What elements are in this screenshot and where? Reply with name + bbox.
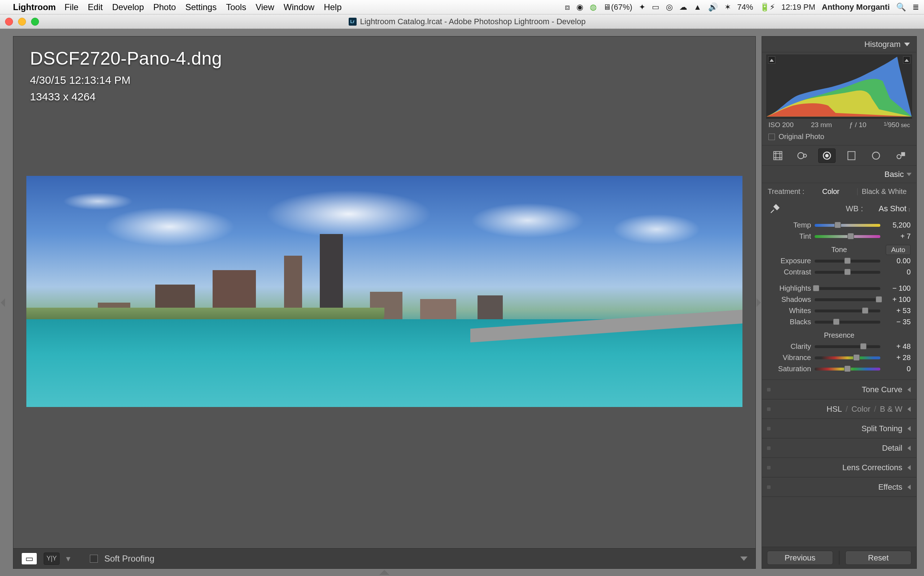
reset-button[interactable]: Reset: [845, 551, 911, 565]
lightroom-app-icon: Lr: [349, 18, 357, 26]
tone-curve-section[interactable]: Tone Curve: [762, 380, 916, 399]
zoom-window-button[interactable]: [31, 18, 39, 26]
menu-extras-icon[interactable]: ≣: [913, 3, 919, 12]
shadows-slider[interactable]: [815, 298, 880, 301]
clock[interactable]: 12:19 PM: [782, 3, 815, 12]
basic-section-header[interactable]: Basic: [762, 166, 916, 183]
user-name[interactable]: Anthony Morganti: [822, 3, 890, 12]
basic-panel: Treatment : Color Black & White WB : As …: [762, 183, 916, 380]
menu-edit[interactable]: Edit: [88, 2, 102, 12]
treatment-color[interactable]: Color: [804, 187, 858, 196]
close-window-button[interactable]: [5, 18, 13, 26]
wb-preset[interactable]: As Shot: [867, 204, 911, 213]
vibrance-slider[interactable]: [815, 357, 880, 359]
svg-point-1: [798, 152, 804, 158]
battery-icon[interactable]: 🔋⚡︎: [760, 3, 775, 12]
menu-window[interactable]: Window: [284, 2, 314, 12]
wand-icon[interactable]: ✦: [639, 3, 645, 12]
macos-menubar: Lightroom File Edit Develop Photo Settin…: [0, 0, 924, 14]
filmstrip-reveal[interactable]: [379, 570, 389, 575]
clarity-slider[interactable]: [815, 345, 880, 348]
adjustment-brush-tool[interactable]: [892, 149, 909, 163]
spotlight-icon[interactable]: 🔍: [896, 3, 906, 12]
menu-settings[interactable]: Settings: [185, 2, 217, 12]
before-after-button[interactable]: Y|Y: [44, 552, 59, 565]
panel-actions: Previous Reset: [762, 547, 916, 568]
app-body: DSCF2720-Pano-4.dng 4/30/15 12:13:14 PM …: [0, 29, 924, 576]
volume-icon[interactable]: 🔊: [708, 3, 718, 12]
split-toning-section[interactable]: Split Toning: [762, 419, 916, 438]
status-icons: ⧈ ◉ ◍ 🖥 (67%) ✦ ▭ ◎ ☁︎ ▲ 🔊 ✶ 74% 🔋⚡︎ 12:…: [565, 3, 919, 12]
wb-label: WB :: [787, 204, 863, 213]
menu-help[interactable]: Help: [324, 2, 342, 12]
chevron-icon: [906, 173, 912, 176]
wifi-icon[interactable]: ✶: [725, 3, 731, 12]
soft-proofing-checkbox[interactable]: [90, 555, 98, 563]
lens-corrections-section[interactable]: Lens Corrections: [762, 458, 916, 477]
redeye-tool[interactable]: [818, 149, 836, 163]
right-panel-grip[interactable]: [756, 29, 761, 576]
info-overlay: DSCF2720-Pano-4.dng 4/30/15 12:13:14 PM …: [30, 48, 222, 103]
left-panel-reveal[interactable]: [0, 29, 6, 576]
laptop-battery-icon[interactable]: 🖥 (67%): [603, 3, 632, 12]
tint-slider[interactable]: [815, 235, 880, 238]
detail-section[interactable]: Detail: [762, 438, 916, 458]
creative-cloud-icon[interactable]: ◉: [576, 3, 583, 12]
soft-proofing-label: Soft Proofing: [104, 554, 155, 564]
previous-button[interactable]: Previous: [767, 551, 833, 565]
photo-preview[interactable]: [26, 176, 742, 407]
menu-develop[interactable]: Develop: [112, 2, 144, 12]
whites-slider[interactable]: [815, 309, 880, 312]
menu-photo[interactable]: Photo: [153, 2, 176, 12]
canvas-area: DSCF2720-Pano-4.dng 4/30/15 12:13:14 PM …: [13, 36, 756, 569]
toolbar-more-button[interactable]: [740, 557, 747, 561]
svg-point-4: [825, 154, 828, 157]
battery-text[interactable]: 74%: [737, 3, 753, 12]
develop-right-panel: Histogram ISO 200 23 mm ƒ / 10 1/950 sec…: [761, 36, 917, 569]
green-bulb-icon[interactable]: ◍: [590, 3, 597, 12]
white-balance-eyedropper[interactable]: [768, 202, 782, 216]
window-titlebar: Lr Lightroom Catalog.lrcat - Adobe Photo…: [0, 14, 924, 29]
auto-tone-button[interactable]: Auto: [886, 245, 911, 255]
histogram-meta: ISO 200 23 mm ƒ / 10 1/950 sec: [762, 119, 916, 129]
window-title: Lightroom Catalog.lrcat - Adobe Photosho…: [360, 17, 586, 26]
saturation-slider[interactable]: [815, 368, 880, 371]
display-icon[interactable]: ▭: [652, 3, 659, 12]
effects-section[interactable]: Effects: [762, 477, 916, 497]
loupe-view-button[interactable]: ▭: [21, 552, 37, 565]
canvas-stage[interactable]: DSCF2720-Pano-4.dng 4/30/15 12:13:14 PM …: [13, 37, 755, 548]
radial-filter-tool[interactable]: [867, 149, 885, 163]
treatment-bw[interactable]: Black & White: [858, 187, 911, 196]
menu-file[interactable]: File: [65, 2, 79, 12]
overlay-dimensions: 13433 x 4264: [30, 91, 222, 103]
disc-icon[interactable]: ◎: [666, 3, 673, 12]
svg-point-6: [872, 152, 879, 159]
hsl-section[interactable]: HSL/Color/B & W: [762, 399, 916, 419]
svg-point-7: [897, 155, 901, 158]
menu-view[interactable]: View: [255, 2, 274, 12]
menu-tools[interactable]: Tools: [226, 2, 246, 12]
graduated-filter-tool[interactable]: [843, 149, 860, 163]
overlay-datetime: 4/30/15 12:13:14 PM: [30, 74, 222, 86]
app-menu[interactable]: Lightroom: [13, 2, 56, 12]
crop-tool[interactable]: [769, 149, 787, 163]
svg-rect-8: [902, 152, 905, 156]
svg-rect-5: [848, 151, 855, 160]
exposure-slider[interactable]: [815, 260, 880, 262]
contrast-slider[interactable]: [815, 271, 880, 274]
airplay-icon[interactable]: ▲: [694, 3, 702, 12]
temp-slider[interactable]: [815, 224, 880, 227]
histogram-header[interactable]: Histogram: [762, 37, 916, 52]
overlay-filename: DSCF2720-Pano-4.dng: [30, 48, 222, 69]
blacks-slider[interactable]: [815, 321, 880, 323]
tool-strip: [762, 146, 916, 166]
cloud-icon[interactable]: ☁︎: [679, 3, 687, 12]
original-photo-row[interactable]: Original Photo: [762, 129, 916, 146]
minimize-window-button[interactable]: [18, 18, 26, 26]
highlights-slider[interactable]: [815, 287, 880, 290]
spot-removal-tool[interactable]: [794, 149, 811, 163]
treatment-label: Treatment :: [768, 187, 804, 196]
original-photo-checkbox[interactable]: [768, 134, 775, 140]
dropbox-icon[interactable]: ⧈: [565, 3, 570, 12]
histogram[interactable]: [766, 54, 912, 119]
